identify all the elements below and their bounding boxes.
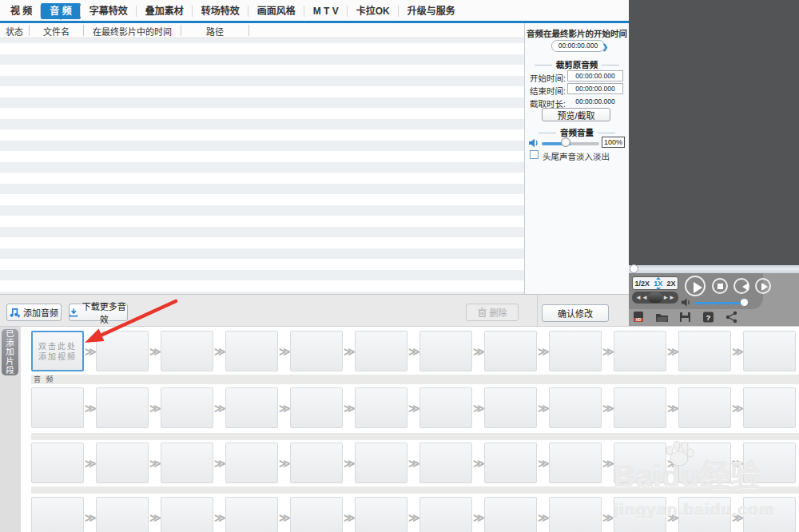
speed-1x-button[interactable]: 1X [654, 280, 662, 288]
player-volume-track[interactable] [694, 302, 747, 304]
save-icon[interactable] [678, 311, 692, 324]
clip-slot-r3-1[interactable] [96, 497, 149, 532]
shuttle-slider[interactable]: ◄◄ ►► [632, 292, 678, 304]
clip-slot-r0-5[interactable] [355, 331, 407, 371]
clip-slot-r2-10[interactable] [678, 443, 731, 483]
end-time-label: 结束时间: [530, 86, 566, 96]
menu-tab-6[interactable]: М Т V [304, 3, 348, 19]
chevron-separator-icon: ≫ [602, 511, 614, 524]
clip-slot-r3-10[interactable] [678, 497, 731, 532]
clip-slot-r2-6[interactable] [419, 443, 472, 483]
menu-tab-3[interactable]: 叠加素材 [137, 3, 193, 19]
added-clips-tab[interactable]: 已添加片段 [2, 329, 18, 375]
clip-slot-r1-5[interactable] [355, 387, 407, 428]
clip-slot-r3-6[interactable] [419, 497, 472, 532]
volume-slider-track[interactable] [542, 142, 599, 145]
clip-slot-r2-11[interactable] [743, 443, 796, 483]
clip-slot-r0-6[interactable] [419, 331, 472, 371]
clip-slot-r3-11[interactable] [743, 497, 796, 532]
add-audio-button[interactable]: 添加音频 [6, 304, 62, 321]
next-frame-button[interactable] [755, 278, 771, 294]
file-list-body[interactable] [0, 38, 524, 294]
clip-slot-r1-8[interactable] [549, 387, 602, 428]
trash-icon [478, 308, 487, 317]
help-icon[interactable]: ? [702, 311, 715, 324]
clip-slot-r2-4[interactable] [290, 443, 343, 483]
clip-slot-r3-7[interactable] [484, 497, 537, 532]
duration-value: 00:00:00.000 [567, 96, 623, 107]
clip-slot-r3-3[interactable] [225, 497, 278, 532]
clip-slot-r2-9[interactable] [614, 443, 666, 483]
speed-half-button[interactable]: 1/2X [635, 280, 650, 288]
play-button[interactable] [685, 276, 706, 296]
start-time-display[interactable]: 00:00:00.000❯ [551, 40, 605, 52]
clip-slot-r1-9[interactable] [614, 387, 666, 428]
menu-tab-5[interactable]: 画面风格 [248, 3, 304, 19]
clip-slot-r1-1[interactable] [96, 387, 149, 428]
clip-slot-r0-9[interactable] [614, 331, 666, 371]
shuttle-handle[interactable] [648, 292, 662, 303]
clip-slot-r3-2[interactable] [161, 497, 213, 532]
start-time-input[interactable] [567, 70, 623, 81]
column-status[interactable]: 状态 [0, 25, 30, 36]
clip-slot-r3-4[interactable] [290, 497, 343, 532]
clip-slot-r0-7[interactable] [484, 331, 537, 371]
column-path[interactable]: 路径 [181, 25, 249, 36]
clip-slot-r0-1[interactable] [96, 331, 149, 371]
menu-tab-2[interactable]: 字幕特效 [81, 3, 137, 19]
clip-slot-r2-5[interactable] [355, 443, 407, 483]
clip-slot-r0-3[interactable] [225, 331, 278, 371]
clip-slot-r0-10[interactable] [678, 331, 731, 371]
clip-slot-r3-8[interactable] [549, 497, 602, 532]
open-folder-icon[interactable] [655, 311, 669, 324]
download-more-button[interactable]: 下载更多音效 [69, 304, 128, 321]
clip-slot-r3-9[interactable] [614, 497, 666, 532]
previous-frame-button[interactable] [733, 278, 749, 294]
menu-tab-7[interactable]: 卡拉OK [348, 3, 399, 19]
clip-slot-r2-3[interactable] [225, 443, 278, 483]
clip-slot-r0-8[interactable] [549, 331, 602, 371]
volume-slider-handle[interactable] [561, 137, 570, 147]
clip-slot-r3-5[interactable] [355, 497, 407, 532]
confirm-changes-button[interactable]: 确认修改 [542, 304, 609, 322]
column-time[interactable]: 在最终影片中的时间 [84, 25, 181, 36]
clip-slot-r1-7[interactable] [484, 387, 537, 428]
seek-handle[interactable] [630, 264, 638, 273]
clip-slot-r1-10[interactable] [678, 387, 731, 428]
menu-tab-0[interactable]: 视 频 [2, 3, 41, 19]
column-filename[interactable]: 文件名 [30, 25, 84, 36]
clip-slot-r2-0[interactable] [31, 443, 84, 483]
clip-slot-r2-1[interactable] [96, 443, 149, 483]
clip-slot-r1-0[interactable] [31, 387, 84, 428]
delete-button[interactable]: 删除 [466, 304, 519, 321]
menu-tab-1[interactable]: 音 频 [41, 3, 80, 19]
fade-checkbox[interactable] [530, 150, 539, 159]
clip-slot-r3-0[interactable] [31, 497, 84, 532]
chevron-separator-icon: ≫ [149, 402, 161, 415]
clip-slot-r2-7[interactable] [484, 443, 537, 483]
chevron-separator-icon: ≫ [602, 457, 614, 470]
clip-slot-r2-2[interactable] [161, 443, 213, 483]
share-icon[interactable] [725, 311, 738, 324]
clip-slot-r1-6[interactable] [419, 387, 472, 428]
next-icon [761, 283, 772, 291]
clip-slot-r1-2[interactable] [161, 387, 213, 428]
clip-slot-r0-4[interactable] [290, 331, 343, 371]
preview-crop-button[interactable]: 预览/截取 [542, 108, 610, 121]
stop-button[interactable] [712, 278, 728, 294]
clip-slot-r1-11[interactable] [743, 387, 796, 428]
menu-tab-4[interactable]: 转场特效 [193, 3, 248, 19]
seek-bar[interactable] [629, 265, 799, 273]
player-volume-handle[interactable] [741, 299, 748, 306]
clip-slot-r0-0[interactable]: 双击此处添加视频 [31, 331, 84, 371]
clip-slot-r0-2[interactable] [161, 331, 213, 371]
clip-slot-r0-11[interactable] [743, 331, 796, 371]
clip-slot-r1-3[interactable] [225, 387, 278, 428]
speed-2x-button[interactable]: 2X [666, 280, 675, 288]
music-note-add-icon [10, 308, 20, 318]
clip-slot-r2-8[interactable] [549, 443, 602, 483]
end-time-input[interactable] [567, 83, 623, 94]
clip-slot-r1-4[interactable] [290, 387, 343, 428]
export-video-icon[interactable]: HD [632, 311, 646, 324]
menu-tab-8[interactable]: 升级与服务 [399, 3, 464, 19]
